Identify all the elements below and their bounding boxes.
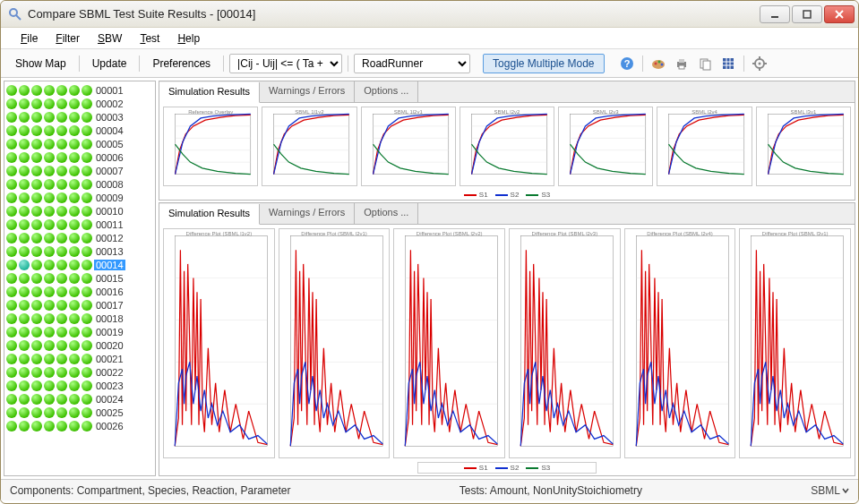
test-row-00023[interactable]: 00023 [6,379,153,392]
status-dot [69,260,80,270]
difference-chart[interactable]: Difference Plot (SBML l2v2) [393,228,505,458]
simulation-chart[interactable]: SBML l2v2 [460,107,554,186]
copy-icon[interactable] [695,54,715,73]
show-map-button[interactable]: Show Map [8,55,73,73]
test-id-label: 00026 [94,421,125,431]
tab-warnings-errors[interactable]: Warnings / Errors [260,203,355,224]
tab-options[interactable]: Options ... [355,81,418,102]
status-dot [19,179,30,190]
minimize-button[interactable] [760,5,790,23]
tab-simulation-results[interactable]: Simulation Results [159,204,260,225]
test-row-00017[interactable]: 00017 [6,298,153,312]
simulation-chart[interactable]: SBML 1l1v2 [262,107,356,186]
status-dot [82,394,92,405]
status-dot [44,394,55,405]
test-row-00025[interactable]: 00025 [6,406,153,419]
test-row-00024[interactable]: 00024 [6,392,153,406]
update-button[interactable]: Update [85,55,134,73]
menu-elp[interactable]: Help [168,30,209,47]
test-row-00011[interactable]: 00011 [6,218,153,231]
test-row-00012[interactable]: 00012 [6,231,153,244]
test-row-00009[interactable]: 00009 [6,191,153,204]
simulation-chart[interactable]: SBML l2v3 [558,107,653,186]
difference-chart[interactable]: Difference Plot (SBML l1v2) [163,228,275,458]
maximize-button[interactable] [792,5,822,23]
test-row-00018[interactable]: 00018 [6,312,153,325]
svg-rect-38 [373,114,448,174]
simulation-chart[interactable]: Reference Overlay [163,107,258,186]
help-icon[interactable]: ? [617,54,637,73]
status-dot [31,85,42,96]
menu-ilter[interactable]: Filter [47,30,89,47]
test-id-label: 00008 [94,179,125,190]
status-dot [44,98,55,109]
status-dot [56,313,67,324]
menu-est[interactable]: Test [131,30,168,47]
test-row-00003[interactable]: 00003 [6,110,153,124]
preferences-button[interactable]: Preferences [145,55,218,73]
status-dot [69,166,80,176]
test-row-00010[interactable]: 00010 [6,204,153,218]
status-dot [6,286,17,297]
test-row-00015[interactable]: 00015 [6,271,153,285]
simulator-select[interactable]: RoadRunner [354,54,470,73]
svg-rect-14 [679,65,684,69]
status-dot [44,286,55,297]
test-row-00007[interactable]: 00007 [6,164,153,177]
status-dot [19,219,30,230]
status-dot [19,233,30,243]
tab-simulation-results[interactable]: Simulation Results [159,82,260,103]
test-row-00022[interactable]: 00022 [6,365,153,379]
difference-chart[interactable]: Difference Plot (SBML l3v1) [739,228,851,458]
menu-ile[interactable]: File [12,30,47,47]
difference-chart[interactable]: Difference Plot (SBML l2v1) [279,228,391,458]
status-dot [44,407,55,418]
status-dot [44,125,55,136]
status-dot [69,246,80,257]
test-row-00020[interactable]: 00020 [6,338,153,352]
tab-options[interactable]: Options ... [355,203,418,224]
printer-icon[interactable] [672,54,691,73]
palette-icon[interactable] [649,54,668,73]
test-row-00001[interactable]: 00001 [6,83,153,97]
status-dot [56,286,67,297]
test-id-label: 00001 [94,85,125,96]
test-row-00021[interactable]: 00021 [6,352,153,365]
simulation-chart[interactable]: SBML l2v4 [657,107,752,186]
test-row-00014[interactable]: 00014 [6,258,153,271]
status-format-select[interactable]: SBML [811,484,849,497]
test-row-00013[interactable]: 00013 [6,244,153,258]
difference-chart[interactable]: Difference Plot (SBML l2v4) [624,228,736,458]
grid-icon[interactable] [718,54,738,73]
test-row-00006[interactable]: 00006 [6,150,153,164]
test-row-00008[interactable]: 00008 [6,177,153,191]
status-dot [56,85,67,96]
difference-chart[interactable]: Difference Plot (SBML l2v3) [509,228,621,458]
menu-bw[interactable]: SBW [89,30,131,47]
test-row-00019[interactable]: 00019 [6,325,153,338]
simulation-chart[interactable]: SBML 1l2v1 [361,107,456,186]
test-id-label: 00005 [94,139,125,149]
test-row-00005[interactable]: 00005 [6,137,153,150]
test-id-label: 00007 [94,166,125,176]
results-list[interactable]: 0000100002000030000400005000060000700008… [4,81,156,476]
status-dot [19,112,30,123]
status-dot [44,273,55,284]
titlebar: Compare SBML Test Suite Results - [00014… [1,1,858,28]
status-dot [19,300,30,311]
test-row-00004[interactable]: 00004 [6,124,153,137]
separator [79,56,80,72]
test-row-00026[interactable]: 00026 [6,419,153,432]
gear-icon[interactable] [750,54,769,73]
test-row-00002[interactable]: 00002 [6,97,153,110]
status-components: Components: Compartment, Species, Reacti… [10,484,290,497]
toggle-multiple-button[interactable]: Toggle Multiple Mode [483,54,604,73]
tab-warnings-errors[interactable]: Warnings / Errors [260,81,355,102]
test-row-00016[interactable]: 00016 [6,285,153,298]
criteria-select[interactable]: |Cij - Uij| <= ( Ta + [229,54,342,73]
status-dot [6,394,17,405]
close-button[interactable] [824,5,855,23]
status-dot [6,125,17,136]
simulation-chart[interactable]: SBML l3v1 [756,107,851,186]
status-dot [31,98,42,109]
